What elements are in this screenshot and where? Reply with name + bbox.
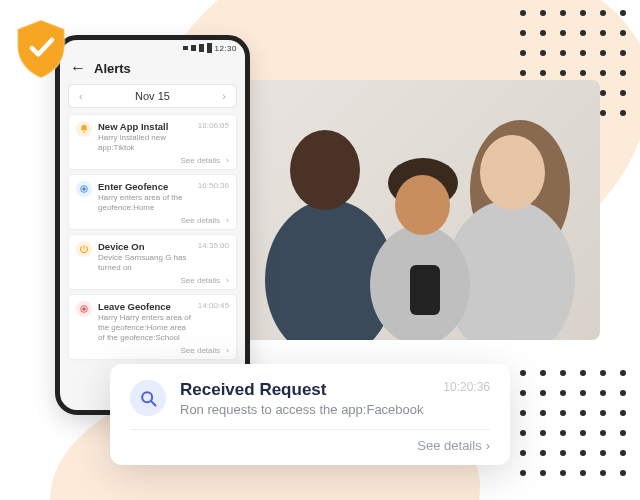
target-icon — [76, 301, 92, 317]
signal-icon — [183, 43, 212, 53]
svg-point-3 — [83, 308, 86, 311]
chevron-right-icon[interactable]: › — [222, 90, 226, 102]
alert-item[interactable]: Enter GeofenceHarry enters area of the g… — [68, 174, 237, 230]
svg-point-1 — [83, 188, 86, 191]
see-details-link[interactable]: See details › — [76, 216, 229, 225]
alert-desc: Harry enters area of the geofence:Home — [98, 193, 192, 213]
alert-desc: Harry Harry enters area of the geofence:… — [98, 313, 192, 343]
divider — [130, 429, 490, 430]
screen-title: Alerts — [94, 61, 131, 76]
chevron-right-icon: › — [226, 156, 229, 165]
alert-item[interactable]: Device OnDevice Samsuang G has turned on… — [68, 234, 237, 290]
chevron-right-icon: › — [226, 276, 229, 285]
family-photo — [230, 80, 600, 340]
dot-grid-bottom-right — [520, 370, 630, 480]
see-details-link[interactable]: See details › — [76, 346, 229, 355]
see-details-link[interactable]: See details › — [76, 156, 229, 165]
alert-title: Leave Geofence — [98, 301, 192, 312]
screen-titlebar: ← Alerts — [60, 56, 245, 84]
back-icon[interactable]: ← — [70, 60, 86, 76]
alert-time: 14:00:45 — [198, 301, 229, 310]
chevron-right-icon: › — [226, 216, 229, 225]
phone-status-bar: 12:30 — [60, 40, 245, 56]
request-popup: Received Request Ron requests to access … — [110, 364, 510, 465]
alert-time: 18:06:05 — [198, 121, 229, 130]
shield-check-icon — [12, 18, 70, 80]
chevron-right-icon: › — [486, 438, 490, 453]
popup-title: Received Request — [180, 380, 429, 400]
alert-item[interactable]: Leave GeofenceHarry Harry enters area of… — [68, 294, 237, 360]
alert-title: New App Install — [98, 121, 192, 132]
power-icon — [76, 241, 92, 257]
alert-time: 16:50:36 — [198, 181, 229, 190]
bell-icon — [76, 121, 92, 137]
status-time: 12:30 — [214, 44, 237, 53]
alert-time: 14:35:00 — [198, 241, 229, 250]
phone-mockup: 12:30 ← Alerts ‹ Nov 15 › New App Instal… — [55, 35, 250, 415]
alert-item[interactable]: New App InstallHarry installed new app:T… — [68, 114, 237, 170]
popup-desc: Ron requests to access the app:Facebook — [180, 402, 429, 417]
date-label: Nov 15 — [135, 90, 170, 102]
chevron-left-icon[interactable]: ‹ — [79, 90, 83, 102]
alert-desc: Device Samsuang G has turned on — [98, 253, 192, 273]
target-icon — [76, 181, 92, 197]
alert-title: Device On — [98, 241, 192, 252]
see-details-link[interactable]: See details › — [76, 276, 229, 285]
date-picker[interactable]: ‹ Nov 15 › — [68, 84, 237, 108]
popup-time: 10:20:36 — [443, 380, 490, 394]
see-details-link[interactable]: See details› — [130, 438, 490, 453]
alert-desc: Harry installed new app:Tiktok — [98, 133, 192, 153]
chevron-right-icon: › — [226, 346, 229, 355]
request-icon — [130, 380, 166, 416]
alert-title: Enter Geofence — [98, 181, 192, 192]
